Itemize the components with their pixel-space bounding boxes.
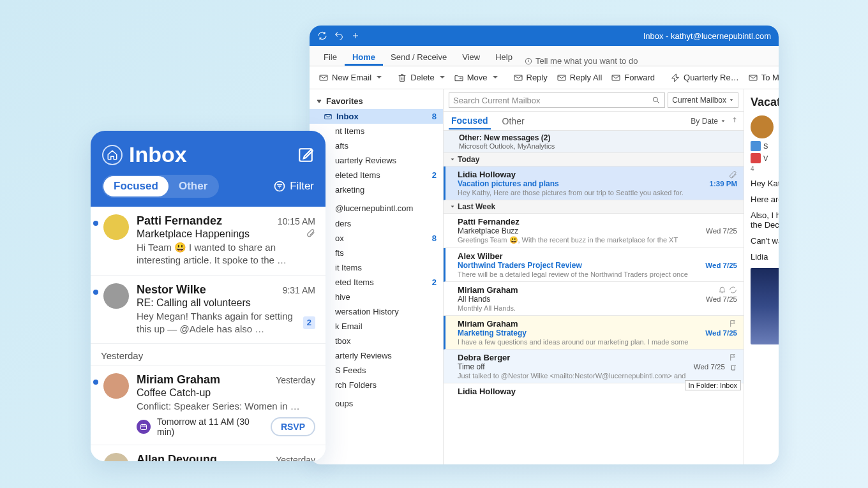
folder-item[interactable]: k Email — [310, 319, 443, 334]
move-button[interactable]: Move — [450, 71, 502, 85]
mail-preview: Hi Team 😃 I wanted to share an interesti… — [137, 241, 315, 267]
folder-deleted-items[interactable]: eleted Items2 — [310, 168, 443, 182]
svg-rect-8 — [325, 114, 332, 119]
forward-button[interactable]: Forward — [607, 71, 659, 85]
inline-image — [751, 268, 779, 344]
folder-item[interactable]: eted Items2 — [310, 275, 443, 290]
delete-button[interactable]: Delete — [393, 71, 449, 85]
sort-by-dropdown[interactable]: By Date — [691, 117, 726, 126]
mobile-mail-item[interactable]: Miriam Graham Yesterday Coffee Catch-up … — [91, 366, 326, 445]
folder-item[interactable]: it Items — [310, 260, 443, 275]
flag-icon — [729, 320, 737, 328]
tab-other[interactable]: Other — [500, 114, 527, 129]
quick-step-quarterly[interactable]: Quarterly Re… — [666, 71, 743, 85]
attachment-chip[interactable]: V — [751, 153, 776, 163]
mail-time: 9:31 AM — [283, 285, 315, 295]
other-messages-banner[interactable]: Other: New messages (2) Microsoft Outloo… — [444, 131, 744, 153]
rsvp-button[interactable]: RSVP — [271, 417, 315, 436]
mobile-mail-item[interactable]: Patti Fernandez 10:15 AM Marketplace Hap… — [91, 207, 326, 276]
mail-row[interactable]: Lidia Holloway Vacation pictures and pla… — [444, 166, 744, 200]
folder-marketing[interactable]: arketing — [310, 182, 443, 197]
delete-row-icon[interactable] — [730, 364, 737, 371]
tell-me-input[interactable]: Tell me what you want to do — [524, 56, 638, 66]
message-list-pane: Search Current Mailbox Current Mailbox F… — [444, 89, 744, 464]
favorites-header[interactable]: Favorites — [310, 93, 443, 109]
filter-button[interactable]: Filter — [273, 180, 314, 193]
tab-help[interactable]: Help — [488, 48, 520, 66]
folder-pane: Favorites Inbox 8 nt Items afts uarterly… — [310, 89, 444, 464]
mail-time: Yesterday — [276, 375, 315, 385]
tab-view[interactable]: View — [454, 48, 488, 66]
home-icon[interactable] — [102, 145, 123, 165]
sender-avatar — [751, 115, 774, 138]
mail-row[interactable]: Miriam Graham Marketing StrategyWed 7/25… — [444, 316, 744, 350]
tab-file[interactable]: File — [316, 48, 345, 66]
mail-row[interactable]: Miriam Graham All HandsWed 7/25 Monthly … — [444, 282, 744, 316]
folder-tooltip: In Folder: Inbox — [685, 380, 741, 390]
mail-row[interactable]: Patti Fernandez Marketplace BuzzWed 7/25… — [444, 214, 744, 248]
recurring-icon — [729, 286, 737, 294]
date-group-lastweek[interactable]: Last Week — [444, 200, 744, 214]
compose-icon[interactable] — [297, 147, 314, 163]
thread-count-badge: 2 — [303, 316, 315, 329]
search-scope-dropdown[interactable]: Current Mailbox — [668, 92, 738, 108]
mail-preview: Hey Megan! Thanks again for setting this… — [137, 310, 303, 336]
folder-item[interactable]: S Feeds — [310, 363, 443, 378]
paperclip-icon — [306, 228, 315, 240]
groups-header[interactable]: oups — [310, 392, 443, 411]
mail-time: Yesterday — [276, 455, 315, 461]
flag-outline-icon — [729, 353, 737, 362]
unread-dot — [93, 221, 98, 226]
attachment-chip[interactable]: S — [751, 141, 776, 151]
sync-icon[interactable] — [317, 31, 327, 41]
folder-item[interactable]: rch Folders — [310, 378, 443, 392]
mobile-mail-item[interactable]: Nestor Wilke 9:31 AM RE: Calling all vol… — [91, 276, 326, 344]
undo-icon[interactable] — [334, 31, 344, 41]
reply-button[interactable]: Reply — [509, 71, 551, 85]
folder-item[interactable]: hive — [310, 290, 443, 304]
sender-name: Patti Fernandez — [137, 214, 278, 228]
qat-icon[interactable] — [350, 31, 361, 41]
mobile-inbox-card: Inbox Focused Other Filter Patti Fernand… — [91, 131, 326, 461]
sender-name: Allan Deyoung — [137, 453, 276, 461]
avatar — [103, 373, 129, 399]
sort-direction-icon[interactable] — [726, 116, 738, 126]
paperclip-icon — [729, 170, 737, 179]
mobile-mail-item[interactable]: Allan Deyoung Yesterday — [91, 445, 326, 461]
focus-pill-group: Focused Other — [102, 175, 219, 198]
mail-subject: Coffee Catch-up — [137, 387, 211, 399]
tab-focused[interactable]: Focused — [449, 113, 491, 129]
rsvp-time: Tomorrow at 11 AM (30 min) — [157, 417, 264, 437]
tab-focused[interactable]: Focused — [103, 176, 168, 196]
reply-all-button[interactable]: Reply All — [553, 71, 606, 85]
folder-item[interactable]: tbox — [310, 334, 443, 348]
search-input[interactable]: Search Current Mailbox — [449, 92, 665, 108]
new-email-button[interactable]: New Email — [315, 71, 385, 85]
folder-inbox[interactable]: Inbox 8 — [310, 109, 443, 124]
mail-row[interactable]: Debra Berger Time off Wed 7/25 Just talk… — [444, 350, 744, 383]
date-group-today[interactable]: Today — [444, 153, 744, 166]
folder-item[interactable]: wersation History — [310, 304, 443, 319]
svg-rect-5 — [558, 75, 565, 80]
window-title: Inbox - kathyt@lucernepubintl.com — [643, 31, 771, 41]
reading-pane: Vacat S V 4 Hey Katl Here are Also, I ht… — [744, 89, 779, 464]
mail-row[interactable]: Alex Wilber Northwind Traders Project Re… — [444, 248, 744, 282]
folder-drafts[interactable]: afts — [310, 138, 443, 153]
outlook-desktop-window: Inbox - kathyt@lucernepubintl.com File H… — [310, 26, 779, 464]
folder-item[interactable]: fts — [310, 246, 443, 260]
quick-step-to-manager[interactable]: To Manager — [744, 71, 779, 85]
folder-item[interactable]: ders — [310, 216, 443, 231]
folder-quarterly-reviews[interactable]: uarterly Reviews — [310, 153, 443, 168]
reading-title: Vacat — [751, 96, 776, 109]
tab-other[interactable]: Other — [168, 176, 218, 196]
tab-send-receive[interactable]: Send / Receive — [383, 48, 454, 66]
sender-name: Miriam Graham — [137, 373, 276, 387]
unread-dot — [93, 290, 98, 295]
folder-sent-items[interactable]: nt Items — [310, 124, 443, 138]
title-bar: Inbox - kathyt@lucernepubintl.com — [310, 26, 779, 46]
folder-item[interactable]: arterly Reviews — [310, 348, 443, 363]
account-header[interactable]: @lucernepubintl.com — [310, 197, 443, 216]
tab-home[interactable]: Home — [345, 48, 383, 66]
folder-item[interactable]: ox8 — [310, 231, 443, 246]
bell-icon — [718, 286, 726, 294]
